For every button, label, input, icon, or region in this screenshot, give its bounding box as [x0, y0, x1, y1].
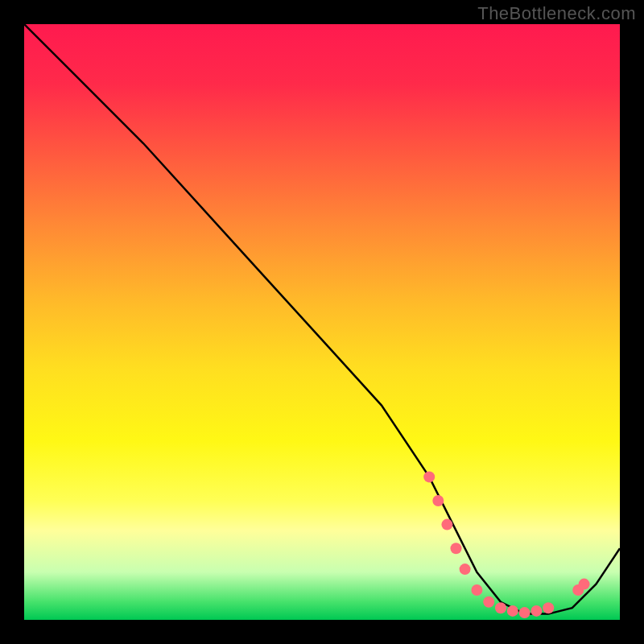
data-marker: [543, 602, 554, 613]
data-marker: [507, 605, 518, 617]
data-marker: [423, 471, 435, 482]
data-marker: [579, 579, 590, 590]
data-marker: [471, 584, 482, 596]
curve-line: [24, 24, 620, 614]
data-marker: [432, 495, 444, 506]
data-marker: [441, 519, 452, 530]
marker-group: [423, 471, 589, 618]
data-marker: [530, 605, 542, 617]
data-marker: [519, 607, 530, 618]
data-marker: [495, 602, 506, 613]
chart-container: TheBottleneck.com: [0, 0, 644, 644]
data-marker: [483, 597, 494, 608]
watermark-text: TheBottleneck.com: [477, 3, 636, 24]
data-marker: [451, 543, 462, 554]
curve-svg: [24, 24, 620, 620]
data-marker: [460, 564, 471, 575]
